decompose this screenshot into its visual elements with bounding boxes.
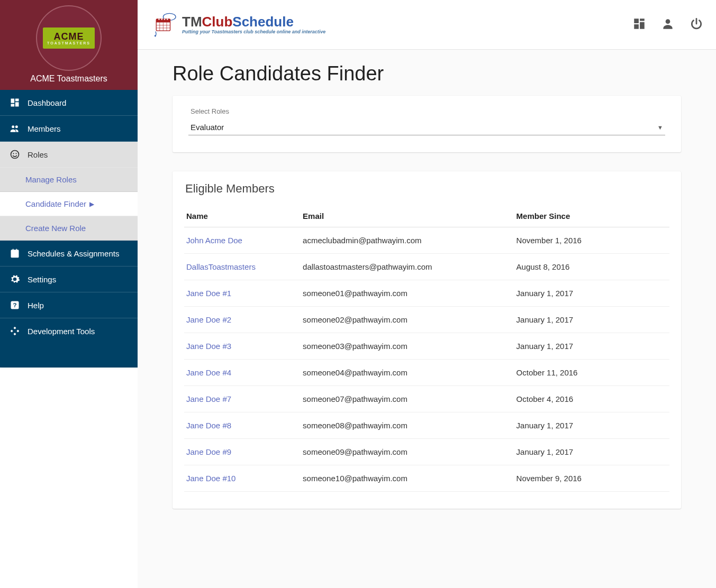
account-button[interactable]: [661, 17, 675, 32]
svg-point-21: [666, 19, 670, 24]
club-logo-text-big: ACME: [54, 32, 84, 41]
dashboard-icon: [10, 97, 20, 108]
cell-member-since: January 1, 2017: [514, 280, 669, 307]
member-link[interactable]: Jane Doe #1: [186, 289, 231, 298]
svg-point-13: [161, 19, 162, 20]
member-link[interactable]: Jane Doe #8: [186, 421, 231, 430]
sidebar-item-members[interactable]: Members: [0, 116, 138, 142]
face-icon: [10, 149, 20, 160]
select-roles-dropdown[interactable]: Evaluator ▼: [188, 120, 665, 135]
cell-email: someone08@pathwayim.com: [301, 412, 514, 439]
svg-point-0: [12, 125, 14, 128]
sidebar-item-label: Development Tools: [28, 327, 95, 336]
sidebar-subitem-manage-roles[interactable]: Manage Roles: [0, 168, 138, 192]
svg-point-3: [13, 153, 14, 154]
help-icon: ?: [10, 300, 20, 310]
play-arrow-icon: ▶: [89, 200, 94, 208]
sidebar-item-dashboard[interactable]: Dashboard: [0, 90, 138, 116]
sidebar-subitem-create-role[interactable]: Create New Role: [0, 216, 138, 241]
brand-subtitle: Putting your Toastmasters club schedule …: [182, 30, 325, 34]
svg-point-1: [15, 125, 18, 128]
table-row: Jane Doe #9someone09@pathwayim.comJanuar…: [184, 439, 669, 465]
table-row: DallasToastmastersdallastoastmasters@pat…: [184, 254, 669, 280]
table-row: Jane Doe #8someone08@pathwayim.comJanuar…: [184, 412, 669, 439]
cell-email: someone02@pathwayim.com: [301, 307, 514, 333]
cell-member-since: January 1, 2017: [514, 333, 669, 360]
member-link[interactable]: Jane Doe #3: [186, 342, 231, 351]
cell-name: Jane Doe #1: [184, 280, 301, 307]
power-button[interactable]: [690, 17, 703, 32]
power-icon: [690, 17, 703, 31]
sidebar-item-label: Dashboard: [28, 98, 66, 107]
event-icon: [10, 248, 20, 259]
sidebar-item-schedules[interactable]: Schedules & Assignments: [0, 241, 138, 267]
brand: TMClubSchedule Putting your Toastmasters…: [152, 13, 325, 37]
brand-title-club: Club: [202, 14, 233, 30]
person-icon: [661, 17, 675, 31]
table-header-row: Name Email Member Since: [184, 205, 669, 227]
eligible-members-card: Eligible Members Name Email Member Since…: [173, 171, 681, 509]
cell-email: someone04@pathwayim.com: [301, 360, 514, 386]
sidebar-header: ACME TOASTMASTERS ACME Toastmasters: [0, 0, 138, 90]
member-link[interactable]: Jane Doe #2: [186, 315, 231, 324]
gear-icon: [10, 274, 20, 284]
eligible-members-table: Name Email Member Since John Acme Doeacm…: [184, 205, 669, 492]
sidebar-item-label: Members: [28, 124, 61, 133]
select-roles-label: Select Roles: [191, 107, 669, 115]
svg-point-2: [11, 151, 19, 159]
member-link[interactable]: Jane Doe #10: [186, 474, 235, 483]
sidebar-item-help[interactable]: ? Help: [0, 292, 138, 318]
svg-point-15: [167, 19, 168, 20]
eligible-members-title: Eligible Members: [185, 182, 669, 196]
sidebar-subitem-label: Candidate Finder: [25, 199, 86, 208]
devtools-icon: [10, 326, 20, 336]
member-link[interactable]: Jane Doe #7: [186, 394, 231, 403]
cell-email: someone09@pathwayim.com: [301, 439, 514, 465]
role-select-card: Select Roles Evaluator ▼: [173, 96, 681, 152]
svg-rect-11: [156, 19, 170, 22]
cell-member-since: October 4, 2016: [514, 386, 669, 412]
cell-member-since: January 1, 2017: [514, 412, 669, 439]
sidebar-subnav-roles: Manage Roles Candidate Finder ▶ Create N…: [0, 168, 138, 241]
table-row: Jane Doe #2someone02@pathwayim.comJanuar…: [184, 307, 669, 333]
table-row: John Acme Doeacmeclubadmin@pathwayim.com…: [184, 227, 669, 254]
dashboard-button[interactable]: [632, 17, 646, 32]
sidebar-subitem-candidate-finder[interactable]: Candidate Finder ▶: [0, 192, 138, 216]
sidebar-item-devtools[interactable]: Development Tools: [0, 318, 138, 344]
cell-email: acmeclubadmin@pathwayim.com: [301, 227, 514, 254]
sidebar-subitem-label: Create New Role: [25, 224, 86, 233]
col-email: Email: [301, 205, 514, 227]
cell-name: Jane Doe #4: [184, 360, 301, 386]
brand-title-schedule: Schedule: [232, 14, 294, 30]
cell-member-since: November 1, 2016: [514, 227, 669, 254]
main-content: Role Candidates Finder Select Roles Eval…: [138, 50, 716, 588]
svg-point-12: [158, 19, 160, 20]
cell-name: Jane Doe #3: [184, 333, 301, 360]
cell-name: Jane Doe #7: [184, 386, 301, 412]
cell-email: someone07@pathwayim.com: [301, 386, 514, 412]
member-link[interactable]: Jane Doe #4: [186, 368, 231, 377]
page-title: Role Candidates Finder: [173, 62, 681, 85]
sidebar-item-label: Roles: [28, 150, 48, 159]
col-name: Name: [184, 205, 301, 227]
svg-point-14: [164, 19, 166, 20]
table-row: Jane Doe #4someone04@pathwayim.comOctobe…: [184, 360, 669, 386]
brand-title-tm: TM: [182, 14, 202, 30]
sidebar-item-settings[interactable]: Settings: [0, 267, 138, 292]
cell-name: Jane Doe #2: [184, 307, 301, 333]
cell-member-since: August 8, 2016: [514, 254, 669, 280]
select-roles-value: Evaluator: [191, 123, 224, 132]
svg-text:?: ?: [13, 301, 16, 308]
svg-point-4: [15, 153, 16, 154]
cell-member-since: January 1, 2017: [514, 307, 669, 333]
member-link[interactable]: Jane Doe #9: [186, 447, 231, 456]
member-link[interactable]: John Acme Doe: [186, 236, 242, 245]
member-link[interactable]: DallasToastmasters: [186, 262, 256, 271]
grid-icon: [632, 17, 646, 31]
cell-member-since: October 11, 2016: [514, 360, 669, 386]
topbar-actions: [632, 17, 703, 32]
club-logo-text-small: TOASTMASTERS: [47, 41, 90, 45]
sidebar-item-roles[interactable]: Roles: [0, 142, 138, 168]
cell-member-since: November 9, 2016: [514, 465, 669, 492]
club-logo: ACME TOASTMASTERS: [36, 5, 102, 71]
